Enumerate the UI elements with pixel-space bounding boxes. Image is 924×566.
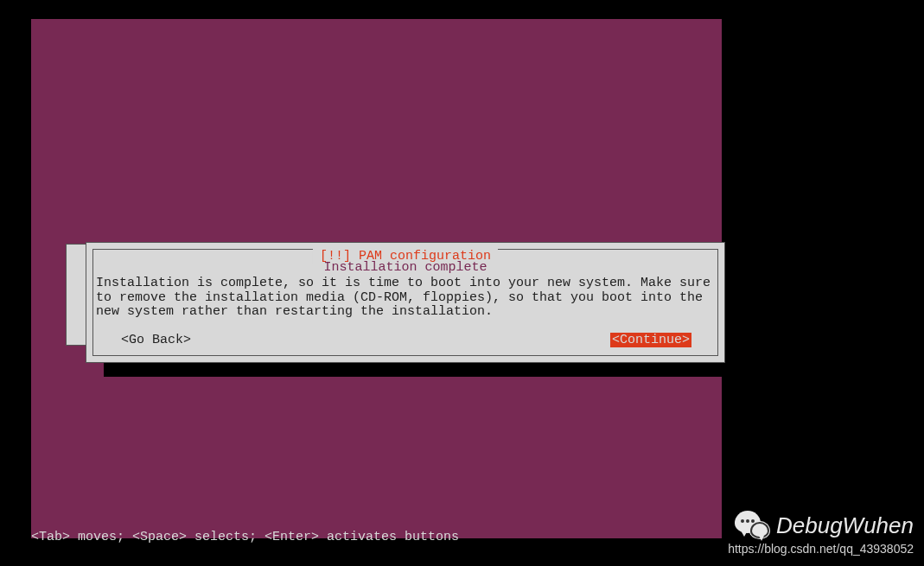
footer-hint: <Tab> moves; <Space> selects; <Enter> ac… <box>31 530 459 544</box>
continue-button[interactable]: <Continue> <box>610 333 691 347</box>
installer-screen: [!!] PAM configuration Installation comp… <box>31 19 722 538</box>
go-back-button[interactable]: <Go Back> <box>121 333 191 347</box>
dialog-box: [!!] PAM configuration Installation comp… <box>86 242 725 363</box>
dialog-content: Installation complete Installation is co… <box>96 260 715 320</box>
dialog-buttons: <Go Back> <Continue> <box>121 333 691 347</box>
dialog-subtitle: Installation complete <box>96 260 715 275</box>
watermark-name: DebugWuhen <box>776 512 914 539</box>
watermark-top: DebugWuhen <box>728 511 914 540</box>
dialog-body: Installation is complete, so it is time … <box>96 277 715 320</box>
dialog-behind <box>66 244 87 346</box>
watermark-url: https://blog.csdn.net/qq_43938052 <box>728 542 914 556</box>
watermark: DebugWuhen https://blog.csdn.net/qq_4393… <box>728 511 914 556</box>
wechat-icon <box>735 511 769 540</box>
